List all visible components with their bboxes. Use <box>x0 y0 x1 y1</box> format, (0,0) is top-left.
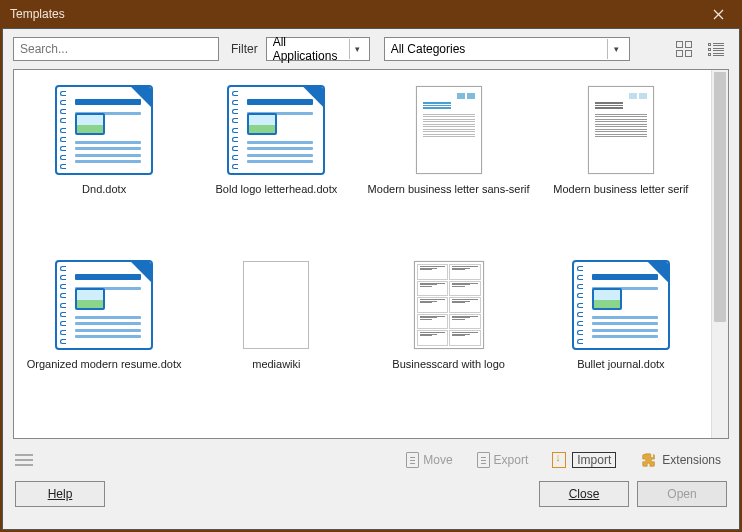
action-row: Move Export Import Extensions <box>3 445 739 473</box>
category-filter-value: All Categories <box>391 42 466 56</box>
template-label: Modern business letter serif <box>549 182 692 196</box>
search-input[interactable] <box>13 37 219 61</box>
template-label: mediawiki <box>248 357 304 371</box>
template-grid: Dnd.dotx Bold logo letterhead.dotx Moder… <box>14 70 711 438</box>
template-label: Businesscard with logo <box>388 357 509 371</box>
toolbar: Filter All Applications ▾ All Categories… <box>3 29 739 67</box>
export-button[interactable]: Export <box>471 450 535 470</box>
template-label: Modern business letter sans-serif <box>364 182 534 196</box>
help-button[interactable]: Help <box>15 481 105 507</box>
open-button[interactable]: Open <box>637 481 727 507</box>
template-grid-container: Dnd.dotx Bold logo letterhead.dotx Moder… <box>13 69 729 439</box>
move-label: Move <box>423 453 452 467</box>
template-tile[interactable]: Bullet journal.dotx <box>535 253 707 428</box>
dialog-frame: Filter All Applications ▾ All Categories… <box>2 28 740 530</box>
category-filter-dropdown[interactable]: All Categories ▾ <box>384 37 630 61</box>
template-thumbnail <box>399 257 499 353</box>
template-tile[interactable]: Organized modern resume.dotx <box>18 253 190 428</box>
filter-label: Filter <box>231 42 258 56</box>
template-tile[interactable]: Modern business letter serif <box>535 78 707 253</box>
help-label: Help <box>48 487 73 501</box>
page-icon <box>477 452 490 468</box>
import-button-group[interactable]: Import <box>546 450 622 470</box>
list-icon <box>708 43 724 56</box>
list-view-button[interactable] <box>703 37 729 61</box>
template-tile[interactable]: Businesscard with logo <box>363 253 535 428</box>
close-button[interactable]: Close <box>539 481 629 507</box>
extensions-label: Extensions <box>662 453 721 467</box>
export-label: Export <box>494 453 529 467</box>
chevron-down-icon: ▾ <box>607 39 625 59</box>
scrollbar[interactable] <box>711 70 728 438</box>
app-filter-value: All Applications <box>273 35 345 63</box>
open-label: Open <box>667 487 696 501</box>
bottom-row: Help Close Open <box>3 473 739 517</box>
template-thumbnail <box>226 82 326 178</box>
template-thumbnail <box>226 257 326 353</box>
template-label: Bullet journal.dotx <box>573 357 668 371</box>
import-label: Import <box>577 453 611 467</box>
template-label: Organized modern resume.dotx <box>23 357 186 371</box>
template-tile[interactable]: Modern business letter sans-serif <box>363 78 535 253</box>
template-tile[interactable]: Dnd.dotx <box>18 78 190 253</box>
puzzle-icon <box>640 451 658 469</box>
template-thumbnail <box>571 82 671 178</box>
move-button[interactable]: Move <box>400 450 458 470</box>
grid-view-button[interactable] <box>671 37 697 61</box>
app-filter-dropdown[interactable]: All Applications ▾ <box>266 37 370 61</box>
scrollbar-thumb[interactable] <box>714 72 726 322</box>
window-title: Templates <box>10 7 65 21</box>
template-thumbnail <box>54 257 154 353</box>
import-icon <box>552 452 566 468</box>
template-label: Dnd.dotx <box>78 182 130 196</box>
close-icon[interactable] <box>702 0 734 28</box>
close-label: Close <box>569 487 600 501</box>
extensions-button[interactable]: Extensions <box>634 449 727 471</box>
template-thumbnail <box>571 257 671 353</box>
page-icon <box>406 452 419 468</box>
template-label: Bold logo letterhead.dotx <box>212 182 342 196</box>
template-tile[interactable]: Bold logo letterhead.dotx <box>190 78 362 253</box>
grid-icon <box>676 41 692 57</box>
titlebar: Templates <box>0 0 742 28</box>
chevron-down-icon: ▾ <box>349 39 365 59</box>
template-thumbnail <box>54 82 154 178</box>
template-tile[interactable]: mediawiki <box>190 253 362 428</box>
menu-icon[interactable] <box>15 454 33 466</box>
template-thumbnail <box>399 82 499 178</box>
